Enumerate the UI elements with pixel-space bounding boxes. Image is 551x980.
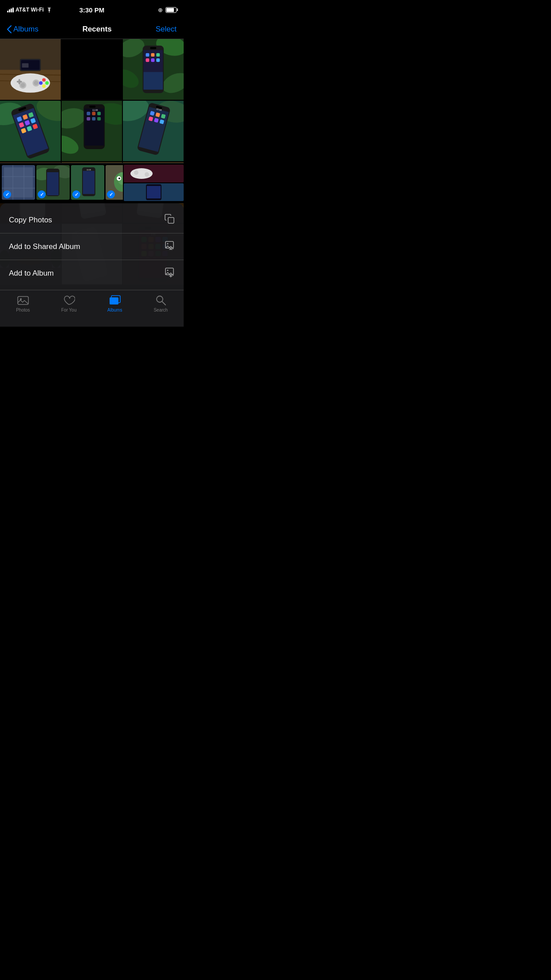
svg-point-17: [42, 78, 46, 82]
svg-rect-32: [157, 53, 160, 57]
svg-rect-36: [144, 72, 163, 90]
selected-thumb-3[interactable]: 11:00 ✓: [71, 165, 104, 200]
shared-album-icon: [164, 240, 175, 253]
svg-text:11:00: 11:00: [92, 109, 98, 111]
svg-rect-30: [146, 53, 150, 57]
search-icon: [154, 294, 167, 306]
signal-bars: [7, 7, 14, 12]
svg-point-191: [118, 178, 120, 179]
carrier-label: AT&T Wi-Fi: [16, 7, 44, 13]
wifi-icon: [46, 7, 53, 12]
check-badge-1: ✓: [3, 190, 11, 198]
svg-point-19: [39, 81, 43, 85]
selected-thumb-1[interactable]: ✓: [2, 165, 35, 200]
svg-rect-16: [22, 63, 29, 67]
check-badge-2: ✓: [38, 190, 46, 198]
select-button[interactable]: Select: [156, 25, 177, 34]
svg-point-207: [130, 168, 153, 179]
svg-rect-29: [150, 47, 157, 49]
svg-point-8: [21, 83, 25, 87]
photo-cell-2[interactable]: [62, 39, 122, 100]
back-button[interactable]: Albums: [7, 25, 39, 34]
svg-rect-218: [18, 296, 28, 304]
svg-rect-31: [151, 53, 155, 57]
check-badge-3: ✓: [72, 190, 80, 198]
tab-for-you[interactable]: For You: [46, 294, 92, 312]
page-title: Recents: [83, 25, 112, 34]
svg-rect-62: [87, 117, 90, 120]
svg-rect-181: [47, 172, 59, 195]
bar1: [7, 11, 8, 12]
photo-cell-6[interactable]: 10:58: [123, 101, 184, 162]
svg-point-20: [42, 84, 46, 88]
add-to-shared-album-action[interactable]: Add to Shared Album: [0, 233, 184, 260]
svg-text:11:00: 11:00: [87, 169, 91, 171]
copy-photos-action[interactable]: Copy Photos: [0, 207, 184, 233]
svg-rect-12: [19, 79, 20, 84]
svg-rect-60: [92, 111, 95, 115]
add-album-icon: [164, 267, 175, 280]
selected-photos-row: ✓ ✓ 11:00: [0, 163, 123, 203]
svg-rect-34: [151, 59, 155, 62]
svg-point-208: [134, 170, 138, 175]
photo-cell-4[interactable]: [0, 101, 61, 162]
tab-albums-label: Albums: [107, 308, 122, 312]
tab-albums[interactable]: Albums: [92, 294, 138, 312]
svg-rect-33: [146, 59, 150, 62]
check-badge-4: ✓: [107, 190, 115, 198]
svg-rect-35: [157, 59, 160, 62]
copy-icon: [164, 213, 175, 226]
svg-point-18: [45, 81, 49, 85]
svg-rect-61: [97, 111, 101, 115]
action-menu: Copy Photos Add to Shared Album Add to: [0, 203, 184, 290]
svg-rect-212: [147, 186, 161, 198]
svg-rect-58: [89, 106, 95, 108]
status-bar: AT&T Wi-Fi 3:30 PM ⊕: [0, 0, 184, 20]
add-album-label: Add to Album: [9, 269, 54, 278]
bar2: [9, 9, 10, 12]
status-right: ⊕: [158, 7, 177, 13]
photo-cell-5[interactable]: 11:00: [62, 101, 122, 162]
battery-indicator: [165, 7, 177, 13]
svg-point-215: [167, 243, 169, 245]
orientation-lock-icon: ⊕: [158, 7, 163, 13]
svg-rect-64: [97, 117, 101, 120]
bar4: [12, 8, 14, 12]
nav-bar: Albums Recents Select: [0, 20, 184, 39]
add-to-album-action[interactable]: Add to Album: [0, 260, 184, 286]
tab-bar: Photos For You Albums Search: [0, 290, 184, 327]
svg-rect-213: [168, 217, 174, 223]
tab-photos[interactable]: Photos: [0, 294, 46, 312]
svg-point-0: [49, 12, 50, 12]
tab-search-label: Search: [153, 308, 168, 312]
foryou-icon: [63, 294, 75, 306]
tab-foryou-label: For You: [61, 308, 76, 312]
status-left: AT&T Wi-Fi: [7, 7, 53, 13]
photo-cell-1[interactable]: [0, 39, 61, 100]
tab-search[interactable]: Search: [138, 294, 184, 312]
bar3: [11, 8, 12, 12]
albums-icon: [109, 294, 121, 306]
battery-fill: [166, 8, 174, 12]
svg-rect-220: [110, 297, 118, 304]
svg-rect-63: [92, 117, 95, 120]
status-time: 3:30 PM: [79, 6, 105, 14]
photo-cell-3[interactable]: [123, 39, 184, 100]
svg-point-10: [34, 81, 38, 85]
back-chevron-icon: [7, 25, 12, 33]
add-shared-label: Add to Shared Album: [9, 242, 80, 251]
selected-thumb-4[interactable]: ✓: [106, 165, 123, 200]
tab-photos-label: Photos: [16, 308, 30, 312]
copy-photos-label: Copy Photos: [9, 216, 52, 225]
svg-rect-184: [83, 171, 94, 194]
back-label: Albums: [13, 25, 39, 34]
svg-line-223: [162, 301, 165, 305]
svg-point-217: [167, 270, 169, 271]
svg-point-209: [145, 172, 149, 177]
photos-icon: [17, 294, 29, 306]
selected-thumb-2[interactable]: ✓: [36, 165, 70, 200]
svg-rect-59: [87, 111, 90, 115]
svg-rect-21: [62, 39, 122, 100]
action-sheet-area: ✓ ✓ 11:00: [0, 163, 184, 290]
